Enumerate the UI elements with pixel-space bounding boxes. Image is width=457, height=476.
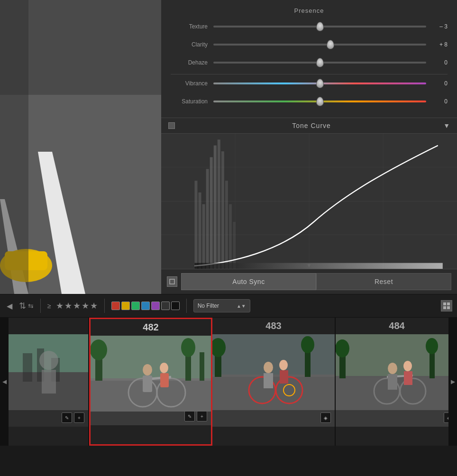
clarity-slider-thumb[interactable] [327,40,334,49]
color-dark2-badge[interactable] [171,302,180,310]
svg-rect-26 [194,263,442,269]
tone-curve-svg[interactable] [161,134,457,269]
svg-point-52 [160,363,168,373]
vibrance-label: Vibrance [171,80,213,87]
svg-rect-79 [388,374,397,390]
svg-rect-17 [202,204,205,269]
svg-point-71 [336,339,349,357]
svg-rect-51 [143,375,152,392]
sort-asc-icon[interactable]: ⇅ [19,301,26,311]
partial-image[interactable]: ✎ + [9,334,88,427]
tone-curve-title: Tone Curve [180,122,443,129]
partial-number-area [9,318,88,334]
star-5[interactable]: ★ [90,301,98,311]
auto-sync-button[interactable]: Auto Sync [181,273,316,290]
svg-point-37 [39,351,58,370]
separator-2 [104,299,105,313]
item-484-footer [336,427,448,446]
clarity-label: Clarity [171,41,213,48]
svg-point-78 [388,363,397,374]
item-482-image[interactable]: ✎ + [91,336,211,425]
saturation-value: 0 [426,98,448,105]
partial-footer [9,427,88,446]
film-item-484[interactable]: 484 [336,318,448,446]
item-483-image[interactable]: ◈ [212,334,335,427]
reset-button[interactable]: Reset [316,273,451,290]
color-blue-badge[interactable] [141,302,150,310]
star-4[interactable]: ★ [82,301,89,311]
svg-point-42 [91,339,107,360]
color-yellow-badge[interactable] [121,302,130,310]
tone-curve-area[interactable]: ▼ [161,133,457,269]
svg-point-64 [264,362,273,373]
auto-sync-bar: Auto Sync Reset [161,269,457,294]
item-482-number: 482 [143,322,158,333]
item-482-icon-edit[interactable]: ✎ [184,411,195,421]
svg-point-73 [426,338,438,354]
star-3[interactable]: ★ [73,301,81,311]
dehaze-value: 0 [426,59,448,66]
item-484-number: 484 [389,320,404,331]
filter-rating-btn[interactable]: ≥ [47,302,51,310]
color-purple-badge[interactable] [151,302,160,310]
grid-view-button[interactable] [441,300,452,311]
texture-slider-thumb[interactable] [316,22,324,31]
film-item-482[interactable]: 482 [89,318,212,446]
vibrance-value: 0 [426,80,448,87]
svg-rect-53 [160,373,169,387]
item-482-film-icons: ✎ + [184,411,207,421]
color-dark-badge[interactable] [161,302,170,310]
texture-row: Texture – 3 [171,20,448,33]
color-green-badge[interactable] [131,302,140,310]
svg-rect-23 [225,181,228,269]
tone-curve-collapse-btn[interactable] [168,122,175,129]
item-483-footer [212,427,335,446]
dehaze-slider-track[interactable] [213,62,426,64]
item-484-image[interactable]: ◈ [336,334,448,427]
svg-rect-34 [23,353,32,382]
filmstrip-nav-right[interactable]: ▶ [448,318,457,446]
no-filter-text: No Filter [198,302,234,309]
vibrance-slider-track[interactable] [213,82,426,84]
svg-rect-16 [199,192,201,269]
saturation-slider-track[interactable] [213,101,426,102]
item-482-icon-add[interactable]: + [197,411,207,421]
film-item-483[interactable]: 483 [212,318,336,446]
svg-rect-29 [447,302,450,305]
stars-filter[interactable]: ★ ★ ★ ★ ★ [56,301,98,311]
texture-slider-track[interactable] [213,26,426,27]
partial-icon-edit[interactable]: ✎ [62,412,72,423]
svg-rect-31 [447,306,450,309]
saturation-slider-thumb[interactable] [316,97,324,106]
color-red-badge[interactable] [111,302,120,310]
separator-1 [40,299,41,313]
item-484-icon-badge[interactable]: ◈ [444,412,448,423]
road-image [0,0,161,294]
star-2[interactable]: ★ [64,301,72,311]
svg-point-66 [279,360,288,370]
svg-rect-20 [214,146,217,269]
filmstrip-nav-left[interactable]: ◀ [0,318,9,446]
partial-icon-add[interactable]: + [74,412,84,423]
clarity-value: + 8 [426,41,448,48]
tone-curve-dropdown-icon[interactable]: ▼ [443,122,450,129]
dehaze-row: Dehaze 0 [171,56,448,69]
svg-rect-7 [0,0,28,294]
nav-left-icon[interactable]: ◀ [5,301,14,311]
svg-rect-28 [443,302,446,305]
sort-filter-icon[interactable]: ⇆ [28,302,34,310]
no-filter-dropdown[interactable]: No Filter ▲▼ [193,299,250,312]
item-483-icon-badge[interactable]: ◈ [320,412,331,423]
vibrance-slider-thumb[interactable] [316,79,324,88]
right-panel: Presence Texture – 3 Clarity + 8 Deha [161,0,457,294]
star-1[interactable]: ★ [56,301,64,311]
texture-value: – 3 [426,23,448,30]
clarity-slider-track[interactable] [213,44,426,46]
film-item-partial[interactable]: ✎ + [9,318,89,446]
item-482-footer [91,425,211,444]
divider-1 [171,74,448,74]
presence-section: Presence Texture – 3 Clarity + 8 Deha [161,0,457,118]
auto-sync-toggle[interactable] [167,276,177,287]
dehaze-slider-thumb[interactable] [316,58,324,67]
svg-rect-18 [206,169,209,269]
